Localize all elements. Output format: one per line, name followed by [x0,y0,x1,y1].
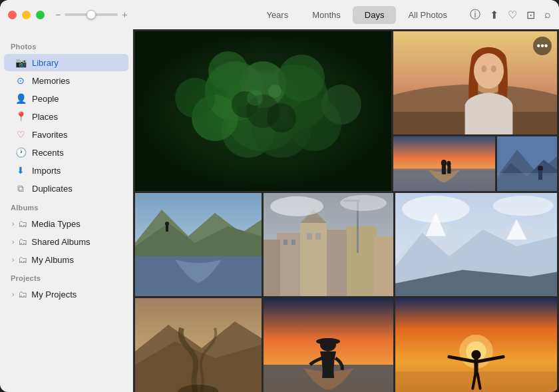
photo-winding-road[interactable] [135,298,262,392]
svg-rect-50 [347,226,377,296]
maximize-button[interactable] [36,11,45,19]
traffic-lights [8,11,45,19]
main-content: Photos 📷 Library ⊙ Memories 👤 People 📍 P… [0,29,559,392]
svg-point-15 [267,103,296,132]
svg-point-29 [441,160,447,167]
folder-icon: 🗂 [18,254,27,265]
favorites-icon: ♡ [15,129,27,140]
tab-days[interactable]: Days [353,6,397,24]
toolbar-icons: ⓘ ⬆ ♡ ⊡ ⌕ [470,8,551,22]
zoom-slider-thumb[interactable] [87,10,96,19]
tab-all-photos[interactable]: All Photos [396,6,459,24]
tab-months[interactable]: Months [300,6,353,24]
svg-point-67 [402,196,469,223]
sidebar-item-places[interactable]: 📍 Places [4,108,128,125]
svg-rect-56 [315,233,321,240]
svg-point-9 [208,51,248,91]
svg-rect-45 [166,225,168,232]
svg-rect-32 [447,166,451,174]
svg-point-11 [175,78,215,118]
sidebar-item-label: Library [32,58,59,68]
sidebar-item-my-albums[interactable]: › 🗂 My Albums [4,251,128,268]
photos-section-label: Photos [0,37,132,53]
photo-woman-portrait[interactable]: ••• [393,31,557,134]
sidebar-item-favorites[interactable]: ♡ Favorites [4,126,128,143]
minimize-button[interactable] [22,11,31,19]
svg-point-24 [481,65,486,72]
photo-arms-open-sunset[interactable] [395,298,557,392]
photo-row-3 [135,298,557,392]
sidebar-item-label: People [32,94,59,104]
svg-point-12 [321,85,361,124]
shared-folder-icon: 🗂 [18,236,27,247]
svg-point-10 [278,55,325,101]
projects-section-label: Projects [0,269,132,285]
albums-section-label: Albums [0,198,132,214]
sidebar-item-label: Recents [32,148,64,158]
svg-point-60 [270,196,323,216]
sidebar-item-label: Duplicates [32,184,73,194]
svg-point-77 [316,338,340,345]
sidebar-item-media-types[interactable]: › 🗂 Media Types [4,215,128,232]
svg-rect-48 [300,223,327,296]
sidebar-item-recents[interactable]: 🕐 Recents [4,144,128,161]
sidebar-item-library[interactable]: 📷 Library [4,54,128,71]
duplicates-icon: ⧉ [15,183,27,194]
sidebar-group-label: My Projects [31,290,77,299]
svg-point-17 [268,85,281,98]
sidebar-item-memories[interactable]: ⊙ Memories [4,72,128,89]
photo-aerial-forest[interactable] [135,31,391,191]
zoom-slider[interactable] [65,13,118,16]
more-options-button[interactable]: ••• [533,37,552,55]
sidebar-item-label: Imports [32,166,61,176]
sidebar-item-shared-albums[interactable]: › 🗂 Shared Albums [4,233,128,250]
svg-rect-36 [497,173,557,191]
photo-row-2 [135,193,557,296]
search-icon[interactable]: ⌕ [544,9,551,21]
zoom-plus-icon[interactable]: + [122,9,127,20]
photo-grid: ••• [133,29,559,392]
sidebar-item-imports[interactable]: ⬇ Imports [4,162,128,179]
photo-right-column: ••• [393,31,557,191]
chevron-icon: › [12,291,14,298]
share-icon[interactable]: ⬆ [490,9,498,21]
svg-rect-55 [307,233,312,240]
imports-icon: ⬇ [15,165,27,176]
svg-point-23 [474,53,504,89]
info-icon[interactable]: ⓘ [470,8,480,22]
photo-mountain-lake[interactable] [135,193,262,296]
svg-rect-49 [327,230,347,296]
svg-rect-54 [291,240,295,245]
svg-rect-47 [277,233,300,296]
sidebar: Photos 📷 Library ⊙ Memories 👤 People 📍 P… [0,29,133,392]
svg-point-37 [538,166,543,171]
photo-snowy-mountains[interactable] [395,193,557,296]
sidebar-item-my-projects[interactable]: › 🗂 My Projects [4,286,128,303]
people-icon: 👤 [15,93,27,104]
sidebar-item-duplicates[interactable]: ⧉ Duplicates [4,180,128,198]
close-button[interactable] [8,11,17,19]
folder-icon: 🗂 [18,289,27,299]
library-icon: 📷 [15,57,27,68]
svg-point-16 [247,90,263,106]
svg-point-25 [491,65,496,72]
sidebar-item-label: Memories [32,76,70,86]
chevron-icon: › [12,220,14,228]
sidebar-group-label: My Albums [31,255,74,265]
photo-mountain-woman[interactable] [497,136,557,191]
sidebar-group-label: Shared Albums [31,237,90,247]
heart-icon[interactable]: ♡ [508,9,517,21]
photo-woman-hat-sunset[interactable] [264,298,393,392]
svg-point-31 [447,161,451,166]
tab-years[interactable]: Years [254,6,300,24]
photo-row-1: ••• [135,31,557,191]
zoom-minus-icon[interactable]: − [55,9,61,20]
svg-rect-53 [283,240,287,245]
sidebar-item-people[interactable]: 👤 People [4,90,128,107]
folder-icon: 🗂 [18,218,27,229]
photo-sunset-couple[interactable] [393,136,495,191]
recents-icon: 🕐 [15,147,27,158]
photo-old-town[interactable] [264,193,393,296]
sidebar-item-label: Favorites [32,130,67,140]
crop-icon[interactable]: ⊡ [526,9,535,21]
